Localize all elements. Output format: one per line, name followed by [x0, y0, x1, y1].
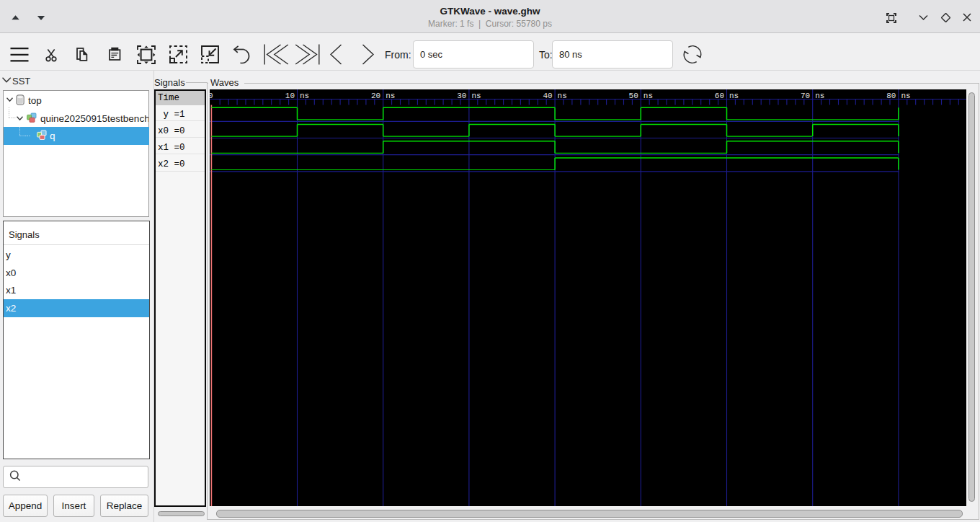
svg-text:ns: ns: [901, 92, 910, 100]
svg-text:ns: ns: [643, 92, 653, 100]
svg-text:30: 30: [457, 92, 466, 100]
svg-text:60: 60: [715, 92, 724, 100]
svg-text:ns: ns: [815, 92, 824, 100]
svg-text:ns: ns: [471, 92, 481, 100]
svg-text:10: 10: [285, 92, 295, 100]
svg-text:50: 50: [629, 92, 638, 100]
svg-text:ns: ns: [386, 92, 395, 100]
svg-text:0: 0: [210, 92, 213, 100]
svg-text:ns: ns: [729, 92, 739, 100]
svg-text:80: 80: [886, 92, 896, 100]
svg-text:ns: ns: [558, 92, 567, 100]
svg-text:40: 40: [543, 92, 552, 100]
svg-text:ns: ns: [300, 92, 309, 100]
svg-text:70: 70: [801, 92, 810, 100]
svg-text:20: 20: [371, 92, 380, 100]
